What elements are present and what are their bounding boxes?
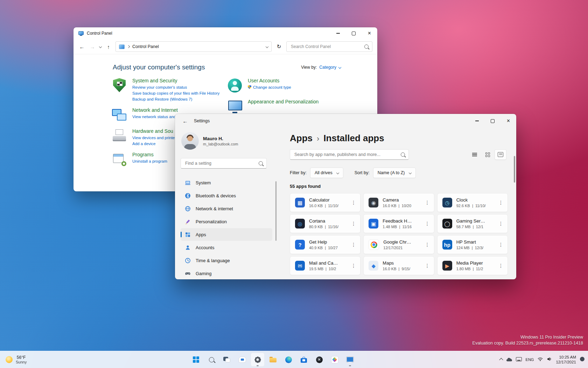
grid-view-button[interactable] <box>482 149 493 160</box>
up-button[interactable]: ↑ <box>105 44 112 50</box>
settings-window: ← Settings × Mauro H. m_lab@outlook.com <box>175 114 516 279</box>
onedrive-tray-button[interactable] <box>506 356 512 363</box>
filter-dropdown[interactable]: All drives <box>310 168 343 178</box>
account-header[interactable]: Mauro H. m_lab@outlook.com <box>181 132 272 150</box>
grid-view-icon <box>485 152 490 157</box>
cp-link-backup-and-restore-windows-7[interactable]: Backup and Restore (Windows 7) <box>132 97 219 102</box>
app-menu-button[interactable]: ⋮ <box>496 260 506 271</box>
taskbar-edge-button[interactable] <box>281 353 295 367</box>
cp-category-title[interactable]: User Accounts <box>248 78 291 83</box>
view-by-value[interactable]: Category <box>319 65 336 70</box>
refresh-button[interactable]: ↻ <box>275 43 283 50</box>
taskbar-xbox-button[interactable] <box>312 353 326 367</box>
chevron-down-icon[interactable] <box>338 66 341 69</box>
breadcrumb-separator-icon: › <box>317 134 319 143</box>
sidebar-item-apps[interactable]: Apps <box>181 228 272 241</box>
sidebar-item-label: Network & internet <box>196 206 233 211</box>
search-icon[interactable] <box>401 152 405 157</box>
sidebar-item-bluetooth-devices[interactable]: Bluetooth & devices <box>181 189 272 202</box>
sidebar-item-network-internet[interactable]: Network & internet <box>181 202 272 215</box>
app-menu-button[interactable]: ⋮ <box>422 218 433 229</box>
cp-category-title[interactable]: Hardware and Sou <box>132 128 175 134</box>
cp-link-uninstall-a-program[interactable]: Uninstall a program <box>132 159 167 164</box>
tray-overflow-button[interactable] <box>500 356 503 363</box>
minimize-button[interactable] <box>330 27 346 39</box>
settings-titlebar[interactable]: ← Settings × <box>175 114 516 128</box>
taskbar-task-view-button[interactable] <box>220 353 234 367</box>
taskbar-settings-button[interactable] <box>251 353 265 367</box>
window-scrollbar[interactable] <box>514 156 515 183</box>
taskbar-store-button[interactable] <box>297 353 311 367</box>
settings-sidebar: Mauro H. m_lab@outlook.com SystemBluetoo… <box>175 128 272 279</box>
close-button[interactable]: × <box>362 27 377 39</box>
app-menu-button[interactable]: ⋮ <box>496 218 506 229</box>
forward-button[interactable]: → <box>89 44 96 50</box>
watermark-line2: Evaluation copy. Build 22523.rs_prerelea… <box>472 340 583 346</box>
start-icon <box>193 356 199 363</box>
network-tray-button[interactable] <box>538 356 543 363</box>
sidebar-item-time-language[interactable]: Time & language <box>181 254 272 267</box>
notification-center-button[interactable] <box>580 356 584 363</box>
maximize-button[interactable] <box>346 27 362 39</box>
cp-link-review-your-computer-s-status[interactable]: Review your computer's status <box>132 85 219 90</box>
weather-widget[interactable]: 56°F Sunny <box>2 353 30 367</box>
cp-category-title[interactable]: Appearance and Personalization <box>248 99 318 104</box>
app-menu-button[interactable]: ⋮ <box>348 218 359 229</box>
app-menu-button[interactable]: ⋮ <box>496 239 506 250</box>
cp-category-appearance-and-personalization: Appearance and Personalization <box>227 98 377 115</box>
address-location-icon <box>119 45 125 49</box>
app-menu-button[interactable]: ⋮ <box>348 260 359 271</box>
address-dropdown-chevron-icon[interactable] <box>266 45 268 48</box>
search-icon[interactable] <box>364 45 369 49</box>
sidebar-item-system[interactable]: System <box>181 176 272 189</box>
taskbar-start-button[interactable] <box>189 353 203 367</box>
app-meta: 58.7 MB | 12/1 <box>456 225 491 229</box>
cp-link-view-devices-and-printe[interactable]: View devices and printe <box>132 135 175 141</box>
app-menu-button[interactable]: ⋮ <box>348 197 359 208</box>
cp-category-title[interactable]: Programs <box>132 152 167 157</box>
sidebar-item-gaming[interactable]: Gaming <box>181 267 272 279</box>
close-button[interactable]: × <box>500 114 516 128</box>
app-meta: 124 MB | 12/3/ <box>456 246 491 250</box>
cp-link-view-network-status-and[interactable]: View network status and <box>132 114 178 120</box>
volume-tray-button[interactable] <box>547 356 552 363</box>
clock-widget[interactable]: 10:25 AM 12/17/2021 <box>556 355 576 364</box>
cp-link-add-a-device[interactable]: Add a device <box>132 141 175 146</box>
taskbar-search-button[interactable] <box>204 353 218 367</box>
minimize-button[interactable] <box>469 114 485 128</box>
cp-category-title[interactable]: Network and Internet <box>132 107 178 113</box>
list-view-button[interactable] <box>469 149 481 160</box>
control-panel-search-input[interactable] <box>290 44 362 49</box>
search-icon[interactable] <box>259 161 263 165</box>
control-panel-icon <box>346 357 354 363</box>
taskbar-photos-button[interactable] <box>328 353 342 367</box>
app-menu-button[interactable]: ⋮ <box>348 239 359 250</box>
maps-app-icon: ◆ <box>369 261 378 271</box>
cp-link-change-account-type[interactable]: Change account type <box>248 85 291 90</box>
back-button[interactable]: ← <box>181 118 189 124</box>
cp-link-save-backup-copies-of-your-files-with-file-history[interactable]: Save backup copies of your files with Fi… <box>132 91 219 96</box>
app-menu-button[interactable]: ⋮ <box>422 197 433 208</box>
app-menu-button[interactable]: ⋮ <box>422 239 433 250</box>
language-indicator[interactable]: ENG <box>526 357 534 362</box>
sort-dropdown[interactable]: Name (A to Z) <box>373 168 416 178</box>
app-menu-button[interactable]: ⋮ <box>496 197 506 208</box>
recent-pages-chevron-icon[interactable] <box>99 45 102 48</box>
apps-search-input[interactable] <box>294 152 398 157</box>
find-setting-input[interactable] <box>184 161 256 166</box>
taskbar-control-panel-button[interactable] <box>343 353 357 367</box>
taskbar-chat-button[interactable] <box>235 353 249 367</box>
back-button[interactable]: ← <box>78 44 85 50</box>
taskbar-file-explorer-button[interactable] <box>266 353 280 367</box>
sidebar-item-accounts[interactable]: Accounts <box>181 241 272 254</box>
maximize-button[interactable] <box>485 114 500 128</box>
app-menu-button[interactable]: ⋮ <box>422 260 433 271</box>
table-view-button[interactable] <box>495 149 506 160</box>
sidebar-item-personalization[interactable]: Personalization <box>181 215 272 228</box>
desktop: Control Panel × ← → ↑ Control Panel ↻ <box>0 0 588 368</box>
breadcrumb-apps[interactable]: Apps <box>290 133 313 144</box>
touch-keyboard-button[interactable] <box>516 356 522 363</box>
cp-category-title[interactable]: System and Security <box>132 78 219 83</box>
address-bar[interactable]: Control Panel <box>115 41 272 52</box>
control-panel-titlebar[interactable]: Control Panel × <box>74 27 377 39</box>
